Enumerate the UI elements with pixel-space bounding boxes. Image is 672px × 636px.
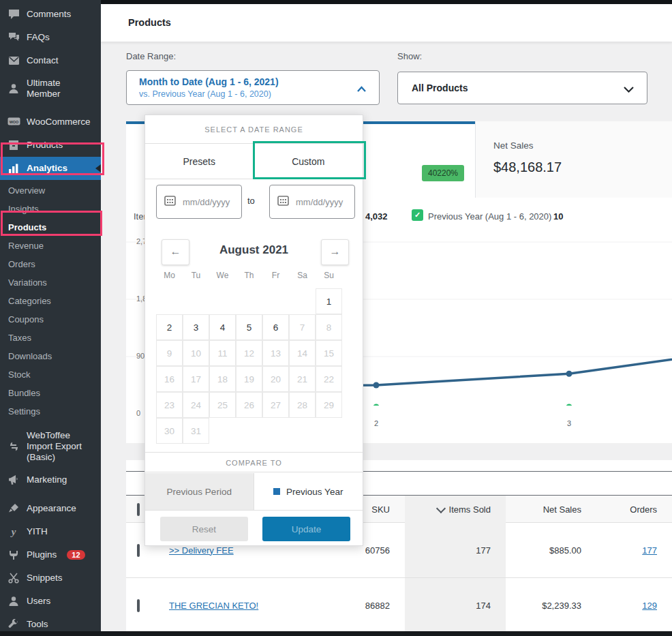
show-dropdown[interactable]: All Products	[397, 72, 647, 104]
admin-sidebar: CommentsFAQsContactUltimate MemberWOOWoo…	[0, 0, 101, 636]
data-point	[566, 404, 572, 406]
column-header-label: Items Sold	[449, 504, 491, 515]
sidebar-item-snippets[interactable]: Snippets	[0, 566, 101, 590]
calendar-day-6[interactable]: 6	[262, 314, 289, 340]
calendar-day-17: 17	[183, 366, 209, 392]
row-checkbox[interactable]	[137, 544, 140, 557]
compare-previous-year[interactable]: Previous Year	[254, 473, 363, 510]
submenu-item-categories[interactable]: Categories	[0, 292, 101, 310]
sidebar-item-products[interactable]: Products	[0, 134, 101, 157]
tab-custom[interactable]: Custom	[254, 145, 363, 179]
submenu-item-coupons[interactable]: Coupons	[0, 310, 101, 329]
sidebar-item-comments[interactable]: Comments	[0, 3, 101, 26]
y-axis-tick-label: 0	[136, 409, 140, 417]
product-link[interactable]: THE GRECIAN KETO!	[169, 601, 258, 611]
select-all-checkbox[interactable]	[137, 503, 140, 516]
submenu-item-orders[interactable]: Orders	[0, 255, 101, 273]
sidebar-item-analytics[interactable]: Analytics	[0, 157, 101, 180]
row-checkbox[interactable]	[137, 599, 140, 612]
calendar-empty-cell	[183, 288, 209, 314]
calendar-day-3[interactable]: 3	[183, 314, 209, 340]
date-range-dropdown[interactable]: Month to Date (Aug 1 - 6, 2021) vs. Prev…	[126, 70, 380, 105]
calendar-day-14: 14	[289, 340, 316, 366]
submenu-item-overview[interactable]: Overview	[0, 181, 101, 200]
bottom-bar	[0, 631, 672, 636]
calendar-next-button[interactable]: →	[321, 239, 349, 265]
sidebar-item-plugins[interactable]: Plugins12	[0, 543, 101, 566]
sidebar-item-yith[interactable]: yYITH	[0, 520, 101, 543]
admin-topbar	[101, 0, 672, 4]
column-header-items_sold[interactable]: Items Sold	[405, 496, 506, 523]
sidebar-item-webtoffee-import-export-basic[interactable]: WebToffee Import Export (Basic)	[0, 425, 101, 469]
sidebar-item-woocommerce[interactable]: WOOWooCommerce	[0, 110, 101, 134]
sidebar-item-label: Appearance	[27, 503, 76, 514]
calendar-day-21: 21	[289, 366, 316, 392]
calendar-day-25: 25	[209, 392, 236, 418]
sidebar-item-label: FAQs	[27, 32, 50, 43]
calendar-empty-cell	[289, 288, 316, 314]
svg-text:y: y	[10, 526, 16, 537]
submenu-item-products[interactable]: Products	[0, 218, 101, 237]
legend-previous-checkbox[interactable]: ✓	[412, 209, 423, 221]
submenu-item-bundles[interactable]: Bundles	[0, 384, 101, 402]
sidebar-item-label: Marketing	[27, 474, 67, 485]
calendar-empty-cell	[262, 288, 289, 314]
orders-link[interactable]: 129	[642, 601, 657, 611]
reset-button[interactable]: Reset	[160, 517, 248, 541]
weekday-label: Tu	[183, 271, 209, 283]
summary-tab-net-sales[interactable]: Net Sales $48,168.17	[475, 121, 672, 198]
page-header: Products	[101, 4, 672, 42]
sidebar-item-label: Snippets	[27, 573, 63, 584]
sidebar-item-ultimate-member[interactable]: Ultimate Member	[0, 72, 101, 105]
sidebar-item-contact[interactable]: Contact	[0, 49, 101, 72]
calendar-day-24: 24	[183, 392, 209, 418]
sidebar-item-label: Products	[27, 140, 63, 151]
sidebar-item-users[interactable]: Users	[0, 590, 101, 613]
svg-text:WOO: WOO	[9, 119, 18, 123]
date-to-field[interactable]	[294, 196, 354, 208]
cell-orders: 177	[596, 545, 672, 556]
sidebar-item-appearance[interactable]: Appearance	[0, 497, 101, 520]
compare-previous-period[interactable]: Previous Period	[145, 473, 254, 510]
sidebar-item-label: Ultimate Member	[27, 78, 95, 100]
submenu-item-insights[interactable]: Insights	[0, 200, 101, 218]
sidebar-item-label: WooCommerce	[27, 117, 91, 127]
cell-sku: 60756	[304, 545, 405, 556]
weekday-label: Sa	[289, 271, 316, 283]
calendar-icon	[164, 195, 176, 209]
submenu-item-taxes[interactable]: Taxes	[0, 329, 101, 347]
date-from-field[interactable]	[181, 196, 241, 208]
submenu-item-settings[interactable]: Settings	[0, 402, 101, 421]
date-from-input[interactable]	[156, 185, 242, 219]
date-to-label: to	[247, 196, 255, 206]
wrench-icon	[7, 618, 20, 631]
calendar-empty-cell	[209, 288, 236, 314]
calendar-day-30: 30	[156, 418, 183, 444]
sync-icon	[7, 440, 20, 453]
chevron-up-icon	[356, 84, 367, 96]
sidebar-item-label: YITH	[27, 526, 48, 537]
table-row: THE GRECIAN KETO!86882174$2,239.33129	[126, 577, 672, 633]
calendar-day-5[interactable]: 5	[236, 314, 262, 340]
calendar-day-2[interactable]: 2	[156, 314, 183, 340]
woo-icon: WOO	[7, 116, 20, 128]
submenu-item-revenue[interactable]: Revenue	[0, 237, 101, 255]
column-header-net_sales[interactable]: Net Sales	[506, 504, 596, 515]
update-button[interactable]: Update	[262, 517, 350, 541]
column-header-orders[interactable]: Orders	[596, 504, 672, 515]
submenu-item-stock[interactable]: Stock	[0, 365, 101, 384]
date-to-input[interactable]	[269, 185, 355, 219]
sidebar-item-marketing[interactable]: Marketing	[0, 468, 101, 491]
orders-link[interactable]: 177	[642, 545, 657, 556]
date-range-compare: vs. Previous Year (Aug 1 - 6, 2020)	[139, 89, 271, 99]
submenu-item-downloads[interactable]: Downloads	[0, 347, 101, 365]
product-link[interactable]: >> Delivery FEE	[169, 545, 234, 556]
calendar-day-4[interactable]: 4	[209, 314, 236, 340]
calendar-day-1[interactable]: 1	[316, 288, 342, 314]
sidebar-item-label: Tools	[27, 619, 48, 630]
column-header-label: Net Sales	[543, 504, 581, 515]
submenu-item-variations[interactable]: Variations	[0, 273, 101, 292]
column-header-label: Orders	[630, 504, 657, 515]
sidebar-item-faqs[interactable]: FAQs	[0, 26, 101, 49]
tab-presets[interactable]: Presets	[145, 145, 254, 179]
